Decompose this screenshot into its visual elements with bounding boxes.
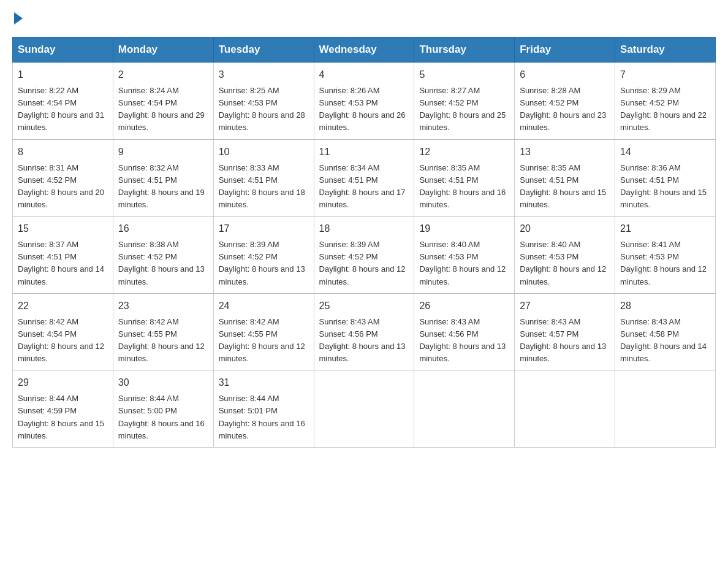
- day-of-week-header: Wednesday: [314, 37, 414, 63]
- day-number: 11: [319, 145, 409, 159]
- calendar-cell: 10 Sunrise: 8:33 AM Sunset: 4:51 PM Dayl…: [213, 139, 314, 216]
- sunset-label: Sunset: 5:00 PM: [118, 406, 177, 415]
- calendar-cell: 17 Sunrise: 8:39 AM Sunset: 4:52 PM Dayl…: [213, 216, 314, 294]
- daylight-label: Daylight: 8 hours and 18 minutes.: [219, 188, 305, 209]
- day-info: Sunrise: 8:40 AM Sunset: 4:53 PM Dayligh…: [520, 239, 610, 288]
- sunset-label: Sunset: 4:52 PM: [319, 252, 378, 261]
- calendar-cell: 22 Sunrise: 8:42 AM Sunset: 4:54 PM Dayl…: [13, 293, 113, 370]
- day-number: 23: [118, 299, 208, 313]
- daylight-label: Daylight: 8 hours and 13 minutes.: [520, 342, 606, 363]
- day-number: 24: [219, 299, 309, 313]
- day-of-week-header: Friday: [515, 37, 615, 63]
- calendar-cell: [615, 370, 716, 448]
- day-number: 9: [118, 145, 208, 159]
- day-info: Sunrise: 8:28 AM Sunset: 4:52 PM Dayligh…: [520, 85, 610, 134]
- daylight-label: Daylight: 8 hours and 15 minutes.: [520, 188, 606, 209]
- daylight-label: Daylight: 8 hours and 13 minutes.: [319, 342, 406, 363]
- sunset-label: Sunset: 4:51 PM: [219, 175, 278, 185]
- sunset-label: Sunset: 4:58 PM: [620, 329, 679, 339]
- day-info: Sunrise: 8:26 AM Sunset: 4:53 PM Dayligh…: [319, 85, 409, 134]
- day-info: Sunrise: 8:39 AM Sunset: 4:52 PM Dayligh…: [319, 239, 409, 288]
- daylight-label: Daylight: 8 hours and 14 minutes.: [18, 264, 104, 286]
- day-number: 12: [419, 145, 509, 159]
- sunset-label: Sunset: 4:53 PM: [219, 98, 278, 107]
- sunrise-label: Sunrise: 8:37 AM: [18, 240, 78, 249]
- calendar-cell: 12 Sunrise: 8:35 AM Sunset: 4:51 PM Dayl…: [414, 139, 515, 216]
- daylight-label: Daylight: 8 hours and 15 minutes.: [620, 188, 707, 209]
- day-number: 13: [520, 145, 610, 159]
- sunset-label: Sunset: 4:55 PM: [219, 329, 278, 339]
- day-info: Sunrise: 8:40 AM Sunset: 4:53 PM Dayligh…: [419, 239, 509, 288]
- day-number: 8: [18, 145, 108, 159]
- day-number: 10: [219, 145, 309, 159]
- day-info: Sunrise: 8:33 AM Sunset: 4:51 PM Dayligh…: [219, 162, 309, 212]
- sunrise-label: Sunrise: 8:28 AM: [520, 86, 580, 95]
- day-info: Sunrise: 8:39 AM Sunset: 4:52 PM Dayligh…: [219, 239, 309, 288]
- sunset-label: Sunset: 4:56 PM: [319, 329, 378, 339]
- daylight-label: Daylight: 8 hours and 13 minutes.: [118, 264, 205, 286]
- day-of-week-header: Saturday: [615, 37, 716, 63]
- day-number: 2: [118, 67, 208, 82]
- daylight-label: Daylight: 8 hours and 28 minutes.: [219, 110, 305, 132]
- calendar-cell: 16 Sunrise: 8:38 AM Sunset: 4:52 PM Dayl…: [113, 216, 213, 294]
- day-info: Sunrise: 8:35 AM Sunset: 4:51 PM Dayligh…: [520, 162, 610, 212]
- sunrise-label: Sunrise: 8:35 AM: [520, 163, 580, 172]
- sunrise-label: Sunrise: 8:44 AM: [118, 394, 179, 403]
- sunrise-label: Sunrise: 8:43 AM: [419, 317, 480, 326]
- calendar-cell: [515, 370, 615, 448]
- calendar-cell: 1 Sunrise: 8:22 AM Sunset: 4:54 PM Dayli…: [13, 63, 113, 140]
- day-info: Sunrise: 8:24 AM Sunset: 4:54 PM Dayligh…: [118, 85, 208, 134]
- sunset-label: Sunset: 4:51 PM: [18, 252, 77, 261]
- calendar-cell: 26 Sunrise: 8:43 AM Sunset: 4:56 PM Dayl…: [414, 293, 515, 370]
- sunrise-label: Sunrise: 8:27 AM: [419, 86, 480, 95]
- calendar-cell: 18 Sunrise: 8:39 AM Sunset: 4:52 PM Dayl…: [314, 216, 414, 294]
- day-info: Sunrise: 8:42 AM Sunset: 4:55 PM Dayligh…: [118, 316, 208, 366]
- sunset-label: Sunset: 4:52 PM: [219, 252, 278, 261]
- sunrise-label: Sunrise: 8:32 AM: [118, 163, 179, 172]
- sunrise-label: Sunrise: 8:24 AM: [118, 86, 179, 95]
- sunrise-label: Sunrise: 8:25 AM: [219, 86, 279, 95]
- page-header: [12, 12, 716, 25]
- calendar-cell: 3 Sunrise: 8:25 AM Sunset: 4:53 PM Dayli…: [213, 63, 314, 140]
- calendar-cell: 24 Sunrise: 8:42 AM Sunset: 4:55 PM Dayl…: [213, 293, 314, 370]
- daylight-label: Daylight: 8 hours and 13 minutes.: [419, 342, 506, 363]
- day-number: 7: [620, 67, 710, 82]
- daylight-label: Daylight: 8 hours and 12 minutes.: [118, 342, 205, 363]
- day-number: 17: [219, 221, 309, 236]
- day-number: 14: [620, 145, 710, 159]
- sunset-label: Sunset: 4:51 PM: [419, 175, 478, 185]
- daylight-label: Daylight: 8 hours and 25 minutes.: [419, 110, 506, 132]
- daylight-label: Daylight: 8 hours and 12 minutes.: [18, 342, 104, 363]
- calendar-cell: 25 Sunrise: 8:43 AM Sunset: 4:56 PM Dayl…: [314, 293, 414, 370]
- day-number: 27: [520, 299, 610, 313]
- day-info: Sunrise: 8:35 AM Sunset: 4:51 PM Dayligh…: [419, 162, 509, 212]
- sunrise-label: Sunrise: 8:38 AM: [118, 240, 179, 249]
- sunset-label: Sunset: 4:52 PM: [520, 98, 578, 107]
- logo-arrow-icon: [14, 12, 23, 25]
- sunset-label: Sunset: 4:55 PM: [118, 329, 177, 339]
- day-number: 30: [118, 375, 208, 390]
- daylight-label: Daylight: 8 hours and 12 minutes.: [419, 264, 506, 286]
- sunset-label: Sunset: 4:51 PM: [319, 175, 378, 185]
- sunset-label: Sunset: 4:57 PM: [520, 329, 578, 339]
- sunrise-label: Sunrise: 8:26 AM: [319, 86, 380, 95]
- calendar-cell: 27 Sunrise: 8:43 AM Sunset: 4:57 PM Dayl…: [515, 293, 615, 370]
- calendar-week-row: 1 Sunrise: 8:22 AM Sunset: 4:54 PM Dayli…: [13, 63, 716, 140]
- sunrise-label: Sunrise: 8:22 AM: [18, 86, 78, 95]
- sunset-label: Sunset: 4:54 PM: [18, 98, 77, 107]
- sunset-label: Sunset: 4:53 PM: [520, 252, 578, 261]
- day-info: Sunrise: 8:44 AM Sunset: 5:01 PM Dayligh…: [219, 393, 309, 442]
- calendar-week-row: 29 Sunrise: 8:44 AM Sunset: 4:59 PM Dayl…: [13, 370, 716, 448]
- daylight-label: Daylight: 8 hours and 17 minutes.: [319, 188, 406, 209]
- day-info: Sunrise: 8:37 AM Sunset: 4:51 PM Dayligh…: [18, 239, 108, 288]
- daylight-label: Daylight: 8 hours and 29 minutes.: [118, 110, 205, 132]
- calendar-cell: 21 Sunrise: 8:41 AM Sunset: 4:53 PM Dayl…: [615, 216, 716, 294]
- day-number: 20: [520, 221, 610, 236]
- logo: [12, 12, 24, 25]
- sunrise-label: Sunrise: 8:40 AM: [419, 240, 480, 249]
- sunset-label: Sunset: 4:59 PM: [18, 406, 77, 415]
- day-number: 28: [620, 299, 710, 313]
- day-of-week-header: Thursday: [414, 37, 515, 63]
- day-info: Sunrise: 8:44 AM Sunset: 4:59 PM Dayligh…: [18, 393, 108, 442]
- sunset-label: Sunset: 4:53 PM: [620, 252, 679, 261]
